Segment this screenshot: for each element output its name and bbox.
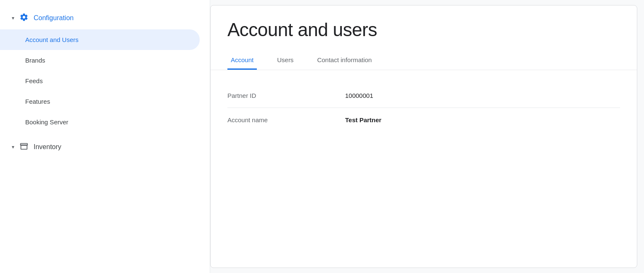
sidebar-item-label: Account and Users xyxy=(25,36,79,43)
sidebar-item-booking-server[interactable]: Booking Server xyxy=(0,112,200,132)
sidebar: ▾ Configuration Account and Users Brands… xyxy=(0,0,210,273)
sidebar-item-label: Booking Server xyxy=(25,118,69,126)
store-icon xyxy=(19,142,29,152)
chevron-down-icon: ▾ xyxy=(12,15,14,21)
tab-content-account: Partner ID 10000001 Account name Test Pa… xyxy=(211,70,637,268)
partner-id-value: 10000001 xyxy=(345,92,373,99)
configuration-label: Configuration xyxy=(34,14,74,22)
sidebar-item-label: Brands xyxy=(25,57,45,64)
sidebar-inventory[interactable]: ▾ Inventory xyxy=(0,136,210,158)
sidebar-item-account-and-users[interactable]: Account and Users xyxy=(0,29,200,50)
tabs-bar: Account Users Contact information xyxy=(211,51,637,70)
chevron-down-icon: ▾ xyxy=(12,144,14,150)
sidebar-configuration[interactable]: ▾ Configuration xyxy=(0,7,210,29)
sidebar-item-label: Features xyxy=(25,98,50,105)
account-name-value: Test Partner xyxy=(345,116,381,123)
page-header: Account and users xyxy=(211,5,637,51)
partner-id-row: Partner ID 10000001 xyxy=(227,84,620,108)
sidebar-item-label: Feeds xyxy=(25,77,43,84)
sidebar-item-features[interactable]: Features xyxy=(0,91,200,112)
sidebar-item-feeds[interactable]: Feeds xyxy=(0,71,200,91)
tab-contact-information[interactable]: Contact information xyxy=(314,51,375,70)
account-name-label: Account name xyxy=(227,116,345,123)
tab-account[interactable]: Account xyxy=(227,51,257,70)
gear-icon xyxy=(19,13,29,24)
account-name-row: Account name Test Partner xyxy=(227,108,620,132)
sidebar-item-brands[interactable]: Brands xyxy=(0,50,200,71)
page-title: Account and users xyxy=(227,19,620,41)
main-content: Account and users Account Users Contact … xyxy=(210,5,637,268)
partner-id-label: Partner ID xyxy=(227,92,345,99)
tab-users[interactable]: Users xyxy=(274,51,297,70)
inventory-label: Inventory xyxy=(34,143,61,151)
